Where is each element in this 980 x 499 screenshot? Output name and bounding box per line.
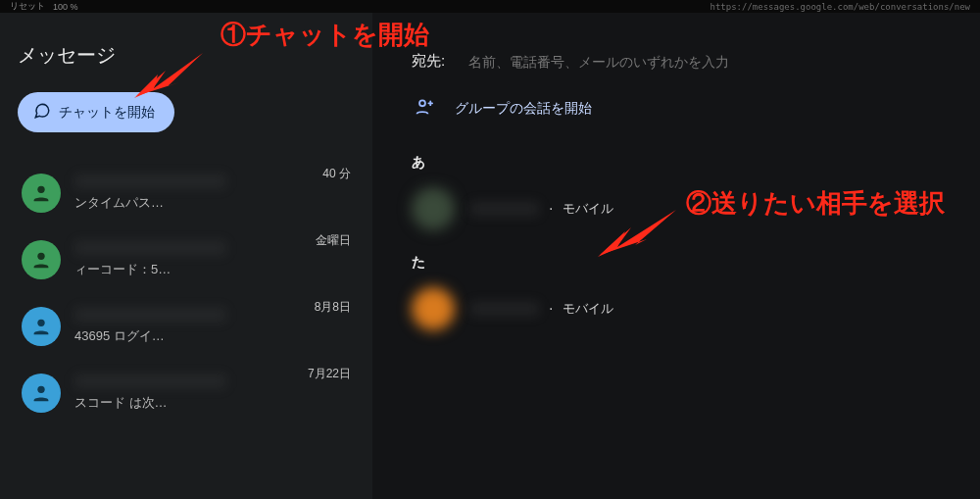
recipient-row: 宛先:: [372, 13, 980, 96]
start-group-label: グループの会話を開始: [455, 100, 592, 118]
contact-section-label: あ: [372, 140, 980, 177]
conversation-preview: ィーコード：5…: [74, 261, 351, 278]
conversation-preview: 43695 ログイ…: [74, 327, 351, 345]
conversation-item[interactable]: ンタイムパス… 40 分: [16, 160, 357, 226]
contact-avatar-blurred: [412, 287, 455, 330]
address-bar-url: https://messages.google.com/web/conversa…: [710, 2, 970, 12]
conversation-preview: ンタイムパス…: [74, 194, 351, 212]
browser-top-strip: リセット 100 % https://messages.google.com/w…: [0, 0, 980, 13]
separator-dot: ·: [549, 300, 553, 318]
conversation-time: 7月22日: [308, 366, 351, 382]
svg-point-0: [37, 186, 44, 193]
contact-name-blurred: [470, 202, 539, 216]
svg-point-2: [37, 320, 44, 326]
compose-pane: 宛先: グループの会話を開始 あ · モバイル た: [372, 13, 980, 499]
chat-bubble-icon: [33, 102, 51, 123]
start-chat-button[interactable]: チャットを開始: [18, 92, 174, 132]
sidebar-title: メッセージ: [18, 42, 357, 69]
contact-type: モバイル: [563, 300, 613, 318]
contact-section-label: た: [372, 240, 980, 277]
avatar: [22, 374, 61, 413]
contact-type: モバイル: [563, 200, 613, 218]
svg-point-4: [419, 100, 425, 106]
conversation-name-blurred: [74, 175, 226, 188]
conversation-item[interactable]: スコード は次… 7月22日: [16, 360, 357, 426]
svg-point-3: [37, 386, 44, 393]
to-label: 宛先:: [412, 52, 445, 71]
contact-avatar-blurred: [412, 187, 455, 230]
conversation-time: 金曜日: [316, 232, 351, 249]
conversation-name-blurred: [74, 374, 226, 388]
group-add-icon: [412, 96, 433, 121]
start-chat-label: チャットを開始: [59, 104, 155, 122]
svg-point-1: [37, 253, 44, 260]
conversation-preview: スコード は次…: [74, 394, 351, 412]
conversation-name-blurred: [74, 241, 226, 255]
avatar: [22, 174, 61, 213]
sidebar: メッセージ チャットを開始 ンタイムパス… 40 分: [0, 13, 372, 499]
conversation-item[interactable]: 43695 ログイ… 8月8日: [16, 293, 357, 360]
contact-item[interactable]: · モバイル: [372, 177, 980, 240]
conversation-item[interactable]: ィーコード：5… 金曜日: [16, 226, 357, 293]
contact-item[interactable]: · モバイル: [372, 277, 980, 340]
conversation-name-blurred: [74, 308, 226, 322]
avatar: [22, 240, 61, 279]
avatar: [22, 307, 61, 346]
conversation-time: 8月8日: [315, 299, 351, 316]
zoom-level: 100 %: [53, 2, 78, 12]
recipient-input[interactable]: [468, 54, 941, 70]
reset-label: リセット: [10, 0, 45, 13]
conversation-time: 40 分: [322, 166, 351, 182]
separator-dot: ·: [549, 200, 553, 218]
start-group-row[interactable]: グループの会話を開始: [372, 96, 980, 140]
contact-name-blurred: [470, 302, 539, 316]
